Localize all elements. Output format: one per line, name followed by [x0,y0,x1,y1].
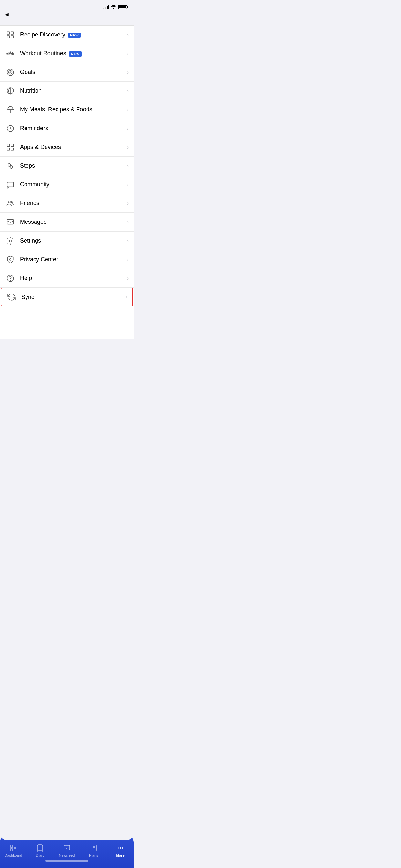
svg-point-6 [7,69,13,75]
steps-icon [5,161,16,171]
menu-item-steps[interactable]: Steps › [0,157,134,175]
help-icon [5,273,16,283]
meals-icon [5,104,16,115]
menu-item-friends[interactable]: Friends › [0,194,134,213]
menu-item-apps-devices[interactable]: Apps & Devices › [0,138,134,157]
svg-rect-0 [7,32,10,34]
chevron-right-icon: › [127,182,128,188]
chevron-right-icon: › [127,257,128,262]
menu-label-my-meals: My Meals, Recipes & Foods [20,106,127,113]
svg-point-22 [10,258,11,259]
battery-icon [118,5,127,9]
friends-icon [5,198,16,209]
svg-point-8 [10,72,11,73]
svg-rect-13 [7,148,10,151]
menu-label-workout-routines: Workout RoutinesNEW [20,50,127,57]
svg-point-21 [9,240,11,242]
menu-item-messages[interactable]: Messages › [0,213,134,231]
svg-rect-20 [7,219,13,224]
chevron-right-icon: › [127,107,128,113]
signal-icon [103,5,109,9]
chevron-right-icon: › [127,126,128,131]
chevron-right-icon: › [127,51,128,57]
svg-point-24 [10,280,11,281]
menu-item-community[interactable]: Community › [0,175,134,194]
menu-item-workout-routines[interactable]: Workout RoutinesNEW › [0,44,134,63]
chevron-right-icon: › [127,69,128,75]
svg-rect-11 [7,144,10,147]
chevron-right-icon: › [127,238,128,244]
svg-rect-3 [11,35,13,38]
apps-icon [5,142,16,152]
goals-icon [5,67,16,78]
workout-icon [5,49,16,59]
menu-item-recipe-discovery[interactable]: Recipe DiscoveryNEW › [0,26,134,44]
chevron-right-icon: › [127,163,128,169]
menu-item-reminders[interactable]: Reminders › [0,119,134,138]
svg-rect-17 [7,182,13,187]
chevron-right-icon: › [127,219,128,225]
chevron-right-icon: › [127,32,128,38]
menu-label-apps-devices: Apps & Devices [20,144,127,151]
menu-item-nutrition[interactable]: Nutrition › [0,82,134,100]
chevron-right-icon: › [127,144,128,150]
menu-label-sync: Sync [21,294,126,301]
svg-point-15 [8,163,11,166]
svg-rect-1 [11,32,13,34]
chevron-right-icon: › [127,200,128,206]
menu-list: Recipe DiscoveryNEW › Workout RoutinesNE… [0,25,134,339]
menu-label-reminders: Reminders [20,125,127,132]
sync-icon [6,292,17,302]
menu-label-settings: Settings [20,237,127,244]
menu-label-privacy-center: Privacy Center [20,256,127,263]
menu-item-my-meals[interactable]: My Meals, Recipes & Foods › [0,100,134,119]
back-chevron-icon: ◀ [5,11,9,17]
menu-label-nutrition: Nutrition [20,88,127,94]
reminders-icon [5,123,16,134]
menu-label-help: Help [20,275,127,282]
wifi-icon [111,4,116,10]
chevron-right-icon: › [126,294,127,300]
svg-rect-2 [7,35,10,38]
menu-label-friends: Friends [20,200,127,207]
status-bar [0,0,134,11]
svg-rect-14 [11,148,13,151]
chevron-right-icon: › [127,88,128,94]
menu-item-sync[interactable]: Sync › [1,288,133,306]
new-badge-recipe-discovery: NEW [68,33,81,38]
settings-icon [5,236,16,246]
svg-point-19 [11,201,13,203]
nutrition-icon [5,86,16,96]
privacy-icon [5,254,16,265]
menu-label-community: Community [20,181,127,188]
page-header [0,20,134,25]
menu-label-goals: Goals [20,69,127,75]
messages-icon [5,217,16,227]
menu-item-help[interactable]: Help › [0,269,134,288]
community-icon [5,180,16,190]
menu-label-messages: Messages [20,219,127,225]
svg-rect-9 [7,109,13,110]
recipe-icon [5,30,16,40]
svg-rect-12 [11,144,13,147]
status-icons [103,4,127,10]
svg-point-7 [9,70,12,74]
menu-item-goals[interactable]: Goals › [0,63,134,82]
back-nav[interactable]: ◀ [0,11,134,20]
menu-label-steps: Steps [20,162,127,169]
new-badge-workout-routines: NEW [69,51,82,57]
svg-point-16 [10,165,12,168]
svg-point-18 [8,201,11,203]
chevron-right-icon: › [127,275,128,281]
menu-label-recipe-discovery: Recipe DiscoveryNEW [20,31,127,38]
menu-item-privacy-center[interactable]: Privacy Center › [0,250,134,269]
menu-item-settings[interactable]: Settings › [0,231,134,250]
